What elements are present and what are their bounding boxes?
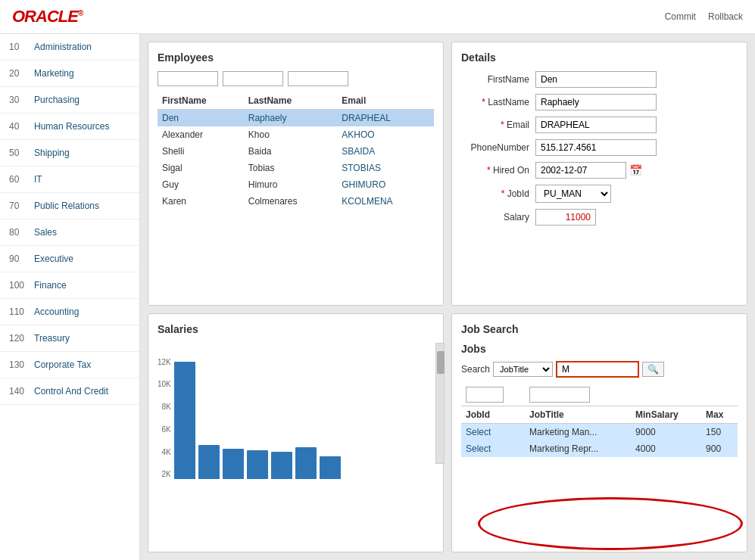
table-row[interactable]: DenRaphaelyDRAPHEAL <box>158 110 434 127</box>
salary-bar <box>174 362 195 479</box>
job-title: Marketing Man... <box>525 423 631 440</box>
input-lastname[interactable] <box>535 94 657 110</box>
scroll-indicator[interactable] <box>435 343 445 464</box>
job-select-link[interactable]: Select <box>461 440 525 457</box>
search-field-select[interactable]: JobTitle JobId MinSalary <box>493 362 553 377</box>
commit-button[interactable]: Commit <box>665 11 696 22</box>
sidebar-item-human-resources[interactable]: 40Human Resources <box>0 114 139 140</box>
emp-search-1[interactable] <box>158 71 218 86</box>
sidebar-item-sales[interactable]: 80Sales <box>0 219 139 246</box>
table-row[interactable]: AlexanderKhooAKHOO <box>158 126 434 143</box>
jobid-wrap: PU_MAN <box>535 185 611 203</box>
emp-email: KCOLMENA <box>337 193 434 210</box>
input-hiredon[interactable] <box>535 162 626 179</box>
list-item[interactable]: SelectMarketing Repr...4000900 <box>461 440 738 457</box>
jobs-col-jobtitle: JobTitle <box>525 406 631 423</box>
y-2k: 2K <box>158 470 171 478</box>
salaries-panel: Salaries 12K 10K 8K 6K 4K 2K <box>148 313 444 553</box>
sidebar-label: Accounting <box>34 306 79 317</box>
sidebar-item-purchasing[interactable]: 30Purchasing <box>0 87 139 114</box>
sidebar-item-finance[interactable]: 100Finance <box>0 272 139 299</box>
jobs-col-filter2 <box>525 384 631 406</box>
salaries-title: Salaries <box>158 323 434 335</box>
list-item[interactable]: SelectMarketing Man...9000150 <box>461 423 738 440</box>
detail-hiredon-row: Hired On 📅 <box>461 162 738 179</box>
y-8k: 8K <box>158 403 171 411</box>
emp-firstname: Karen <box>158 193 244 210</box>
emp-search-3[interactable] <box>288 71 348 86</box>
sidebar-num: 80 <box>9 227 28 238</box>
sidebar-item-accounting[interactable]: 110Accounting <box>0 299 139 325</box>
salary-bar <box>247 450 268 479</box>
job-title: Marketing Repr... <box>525 440 631 457</box>
sidebar-item-it[interactable]: 60IT <box>0 166 139 193</box>
sidebar-num: 130 <box>9 359 28 370</box>
jobsearch-panel: Job Search Jobs Search JobTitle JobId Mi… <box>451 313 747 553</box>
col-firstname: FirstName <box>158 92 244 110</box>
jobs-subtitle: Jobs <box>461 343 738 355</box>
sidebar-label: Public Relations <box>34 201 99 211</box>
content-area: Employees FirstName LastName Email DenRa… <box>140 34 755 560</box>
sidebar-item-shipping[interactable]: 50Shipping <box>0 140 139 166</box>
sidebar-label: Control And Credit <box>34 386 108 397</box>
employees-title: Employees <box>158 51 434 64</box>
salary-bar <box>271 452 292 479</box>
job-max: 900 <box>701 440 738 457</box>
sidebar-item-corporate-tax[interactable]: 130Corporate Tax <box>0 352 139 378</box>
emp-lastname: Baida <box>244 143 337 160</box>
date-input-wrap: 📅 <box>535 162 642 179</box>
input-firstname[interactable] <box>535 71 657 88</box>
sidebar-item-public-relations[interactable]: 70Public Relations <box>0 193 139 219</box>
table-row[interactable]: GuyHimuroGHIMURO <box>158 176 434 193</box>
sidebar-item-marketing[interactable]: 20Marketing <box>0 61 139 87</box>
input-phone[interactable] <box>535 139 657 156</box>
table-row[interactable]: SigalTobiasSTOBIAS <box>158 160 434 176</box>
search-value-input[interactable] <box>556 361 639 378</box>
annotation-circle <box>478 497 743 550</box>
sidebar-item-administration[interactable]: 10Administration <box>0 34 139 61</box>
select-jobid[interactable]: PU_MAN <box>535 185 611 203</box>
label-firstname: FirstName <box>461 74 529 85</box>
sidebar-label: Administration <box>34 42 92 52</box>
jobs-filter-jobtitle[interactable] <box>529 387 590 403</box>
emp-firstname: Sigal <box>158 160 244 176</box>
label-hiredon: Hired On <box>461 165 529 176</box>
job-minsalary: 4000 <box>631 440 701 457</box>
sidebar-num: 120 <box>9 333 28 344</box>
jobsearch-title: Job Search <box>461 323 738 335</box>
calendar-icon[interactable]: 📅 <box>629 164 642 176</box>
jobs-filter-jobid[interactable] <box>466 387 504 403</box>
details-panel: Details FirstName LastName Email PhoneNu… <box>451 42 747 306</box>
emp-search-2[interactable] <box>223 71 283 86</box>
sidebar-num: 30 <box>9 95 28 105</box>
emp-firstname: Den <box>158 110 244 127</box>
job-select-link[interactable]: Select <box>461 423 525 440</box>
search-label: Search <box>461 364 490 375</box>
y-12k: 12K <box>158 358 171 366</box>
main-layout: 10Administration20Marketing30Purchasing4… <box>0 34 755 560</box>
label-phone: PhoneNumber <box>461 142 529 153</box>
jobs-col-max: Max <box>701 406 738 423</box>
emp-lastname: Himuro <box>244 176 337 193</box>
table-row[interactable]: KarenColmenaresKCOLMENA <box>158 193 434 210</box>
input-email[interactable] <box>535 117 657 133</box>
sidebar-item-executive[interactable]: 90Executive <box>0 246 139 272</box>
detail-firstname-row: FirstName <box>461 71 738 88</box>
search-execute-button[interactable]: 🔍 <box>642 362 664 377</box>
table-row[interactable]: ShelliBaidaSBAIDA <box>158 143 434 160</box>
sidebar-label: Purchasing <box>34 95 80 105</box>
salary-bar <box>223 449 244 479</box>
emp-lastname: Khoo <box>244 126 337 143</box>
rollback-button[interactable]: Rollback <box>708 11 743 22</box>
sidebar-item-treasury[interactable]: 120Treasury <box>0 325 139 352</box>
employees-panel: Employees FirstName LastName Email DenRa… <box>148 42 444 306</box>
jobs-search-row: Search JobTitle JobId MinSalary 🔍 <box>461 361 738 378</box>
emp-email: STOBIAS <box>337 160 434 176</box>
sidebar-num: 70 <box>9 201 28 211</box>
sidebar-label: IT <box>34 174 42 185</box>
sidebar-item-control-and-credit[interactable]: 140Control And Credit <box>0 378 139 405</box>
emp-email: AKHOO <box>337 126 434 143</box>
input-salary[interactable] <box>535 209 596 226</box>
header: ORACLE® Commit Rollback <box>0 0 755 34</box>
label-jobid: JobId <box>461 188 529 199</box>
